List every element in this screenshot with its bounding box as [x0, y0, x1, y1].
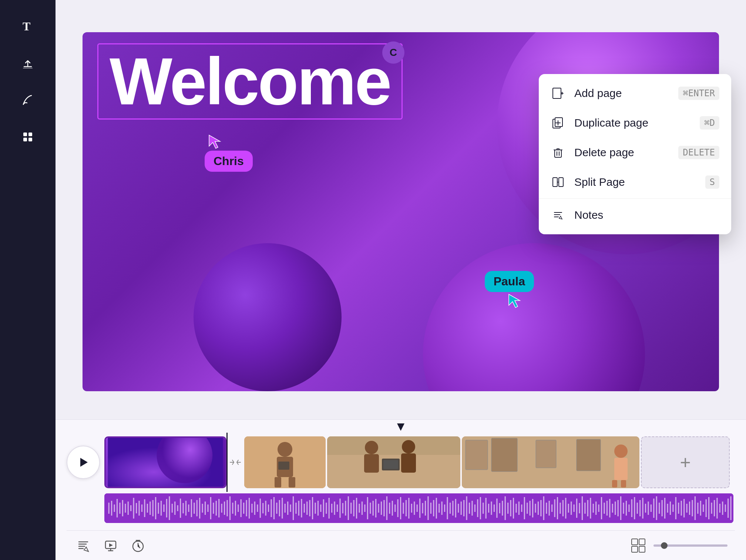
- svg-rect-174: [477, 499, 478, 517]
- clip-3[interactable]: [327, 436, 460, 488]
- split-page-menu-item[interactable]: Split Page S: [539, 167, 731, 197]
- svg-rect-66: [180, 499, 181, 518]
- svg-rect-202: [554, 499, 555, 517]
- svg-rect-123: [337, 504, 338, 512]
- text-tool-button[interactable]: T: [17, 15, 39, 37]
- svg-rect-37: [612, 480, 617, 487]
- svg-rect-194: [532, 499, 533, 517]
- svg-rect-2: [28, 133, 32, 136]
- svg-rect-142: [389, 503, 390, 514]
- draw-button[interactable]: [17, 89, 39, 111]
- svg-rect-3: [23, 138, 27, 141]
- svg-rect-159: [436, 498, 437, 519]
- welcome-text-box[interactable]: Welcome C: [97, 43, 403, 120]
- svg-rect-163: [447, 497, 448, 519]
- svg-marker-13: [80, 458, 88, 467]
- svg-rect-107: [293, 496, 294, 520]
- clip-4[interactable]: [462, 436, 639, 488]
- svg-rect-217: [595, 502, 597, 515]
- svg-rect-211: [579, 503, 580, 513]
- svg-point-35: [614, 445, 628, 458]
- svg-rect-27: [401, 453, 416, 473]
- svg-rect-154: [422, 503, 423, 513]
- svg-rect-192: [527, 503, 528, 514]
- svg-rect-184: [505, 496, 506, 520]
- svg-rect-173: [474, 504, 476, 512]
- svg-rect-168: [461, 502, 462, 515]
- main-content: Welcome C Chris Paula: [56, 0, 746, 560]
- svg-rect-34: [577, 439, 601, 471]
- svg-rect-151: [414, 502, 415, 515]
- svg-rect-251: [689, 502, 690, 515]
- zoom-slider[interactable]: [653, 544, 727, 547]
- toolbar-left: [74, 536, 147, 555]
- svg-rect-178: [488, 504, 489, 513]
- layout-button[interactable]: [629, 536, 648, 555]
- svg-rect-74: [202, 504, 203, 513]
- transition-symbol: [229, 456, 242, 469]
- script-button[interactable]: [74, 536, 93, 555]
- svg-rect-205: [562, 500, 564, 516]
- canvas-area: Welcome C Chris Paula: [56, 0, 746, 419]
- context-menu: Add page ⌘ENTER Duplicate page ⌘D: [539, 74, 731, 234]
- clip-1[interactable]: [104, 436, 226, 488]
- svg-rect-201: [551, 504, 552, 512]
- svg-rect-10: [555, 150, 561, 157]
- svg-rect-43: [117, 499, 118, 517]
- zoom-slider-thumb[interactable]: [661, 542, 668, 549]
- svg-rect-104: [285, 504, 286, 513]
- preview-button[interactable]: [101, 536, 120, 555]
- svg-rect-148: [406, 500, 407, 516]
- clip-1-thumbnail: [106, 438, 225, 487]
- add-clip-button[interactable]: +: [641, 436, 730, 488]
- svg-rect-185: [507, 503, 508, 514]
- svg-rect-32: [491, 438, 517, 472]
- paula-cursor-container: Paula: [485, 271, 534, 310]
- svg-rect-247: [678, 503, 679, 514]
- svg-rect-270: [632, 539, 638, 545]
- svg-rect-200: [549, 501, 550, 516]
- playhead-indicator: [397, 423, 404, 431]
- orb-2: [423, 243, 645, 391]
- svg-rect-81: [221, 504, 222, 513]
- svg-rect-210: [576, 499, 577, 518]
- svg-rect-242: [664, 498, 665, 519]
- svg-rect-52: [141, 504, 142, 512]
- play-button[interactable]: [67, 446, 100, 479]
- svg-rect-250: [686, 504, 688, 513]
- notes-menu-item[interactable]: Notes: [539, 200, 731, 230]
- svg-rect-262: [719, 504, 720, 513]
- clip-3-content: [327, 436, 460, 488]
- svg-rect-215: [590, 498, 591, 519]
- svg-rect-152: [417, 504, 418, 512]
- chris-cursor-arrow: [205, 132, 223, 151]
- add-page-menu-item[interactable]: Add page ⌘ENTER: [539, 78, 731, 108]
- svg-rect-19: [275, 477, 281, 487]
- svg-rect-106: [290, 504, 291, 512]
- svg-rect-67: [182, 503, 184, 513]
- delete-page-menu-item[interactable]: Delete page DELETE: [539, 138, 731, 167]
- timer-button[interactable]: [129, 536, 147, 555]
- svg-rect-109: [298, 501, 299, 516]
- svg-rect-259: [711, 503, 712, 514]
- duplicate-page-menu-item[interactable]: Duplicate page ⌘D: [539, 108, 731, 138]
- svg-rect-88: [241, 499, 242, 517]
- transition-icon-1[interactable]: [228, 455, 243, 470]
- delete-page-icon: [551, 145, 565, 160]
- svg-rect-137: [375, 499, 376, 517]
- svg-rect-223: [612, 504, 613, 513]
- svg-rect-149: [408, 498, 409, 519]
- svg-rect-112: [306, 502, 308, 515]
- svg-rect-240: [659, 503, 660, 514]
- svg-rect-40: [108, 503, 110, 514]
- svg-rect-69: [188, 504, 189, 512]
- svg-rect-170: [466, 496, 467, 520]
- script-icon: [76, 538, 91, 553]
- svg-rect-47: [128, 502, 129, 515]
- clip-2-content: [244, 436, 326, 488]
- timer-icon: [131, 538, 145, 553]
- upload-button[interactable]: [17, 52, 39, 74]
- clip-2[interactable]: [244, 436, 326, 488]
- grid-button[interactable]: [17, 126, 39, 148]
- duplicate-page-icon: [551, 115, 565, 130]
